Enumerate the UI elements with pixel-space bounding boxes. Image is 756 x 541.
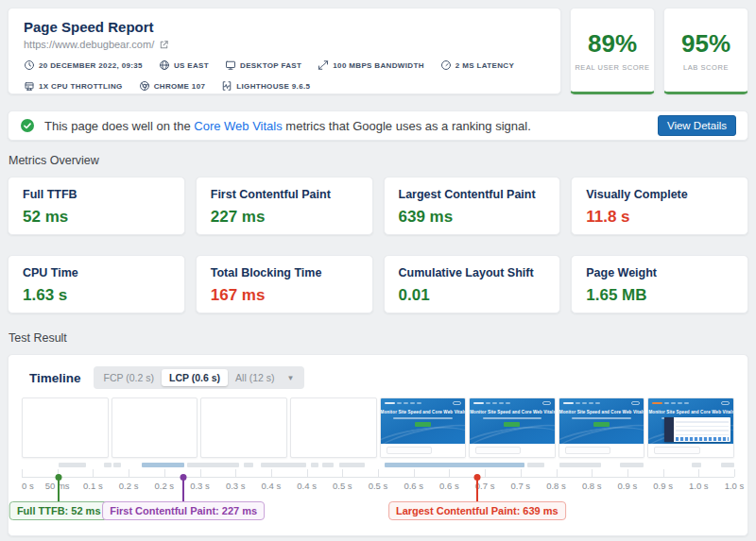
axis-tick-label: 0.8 s: [546, 481, 566, 491]
waterfall-bar: [187, 463, 239, 467]
waterfall-bar: [59, 463, 86, 467]
axis-tick: [734, 469, 735, 477]
axis-tick-label: 0.7 s: [475, 481, 495, 491]
filmstrip-frame[interactable]: [290, 397, 377, 458]
metric-value: 227 ms: [211, 208, 358, 227]
page-speed-report-page: Page Speed Report https://www.debugbear.…: [0, 0, 756, 541]
thumbnail-footer-band: [470, 444, 555, 457]
thumbnail-nav-item: [410, 402, 415, 404]
waterfall-bar: [721, 463, 734, 467]
report-url-link[interactable]: https://www.debugbear.com/: [24, 39, 154, 50]
waterfall-bar: [527, 463, 544, 467]
metric-value: 639 ms: [399, 208, 546, 227]
thumbnail-cta-button: [504, 422, 520, 427]
filmstrip-frame[interactable]: Monitor Site Speed and Core Web Vitals: [647, 397, 734, 458]
filmstrip-frame[interactable]: Monitor Site Speed and Core Web Vitals: [380, 397, 467, 458]
core-web-vitals-banner: This page does well on the Core Web Vita…: [8, 110, 748, 141]
axis-tick: [200, 469, 201, 477]
tab-lcp[interactable]: LCP (0.6 s): [162, 369, 228, 386]
axis-tick-label: 1.0 s: [725, 481, 745, 491]
marker-label: Full TTFB: 52 ms: [9, 501, 109, 520]
thumbnail-dashboard-rows: [676, 421, 729, 436]
axis-tick: [592, 469, 593, 477]
metrics-overview-heading: Metrics Overview: [9, 154, 747, 167]
thumbnail-nav-item: [582, 402, 587, 404]
axis-tick-label: 0.5 s: [333, 481, 352, 491]
tab-fcp[interactable]: FCP (0.2 s): [96, 369, 162, 386]
metric-name: Full TTFB: [23, 188, 170, 201]
axis-tick-label: 0.5 s: [369, 481, 388, 491]
score-value: 95%: [681, 29, 730, 59]
axis-tick-label: 0.2 s: [119, 481, 139, 491]
thumbnail-screenshot: Monitor Site Speed and Core Web Vitals: [381, 398, 466, 444]
timeline-card: Timeline FCP (0.2 s)LCP (0.6 s)All (12 s…: [8, 354, 748, 536]
axis-tick-label: 0.9 s: [653, 481, 673, 491]
filmstrip: Monitor Site Speed and Core Web VitalsMo…: [22, 397, 734, 458]
cpu-icon: [24, 80, 35, 92]
thumbnail-signup-button: [631, 401, 640, 405]
thumbnail-nav-item: [417, 402, 421, 404]
axis-tick: [557, 469, 558, 477]
banner-message: This page does well on the Core Web Vita…: [44, 119, 648, 133]
metric-value: 0.01: [399, 286, 546, 305]
timeline-view-tabs: FCP (0.2 s)LCP (0.6 s)All (12 s)▼: [94, 366, 305, 389]
thumbnail-dashboard: [664, 417, 730, 442]
axis-tick: [164, 469, 165, 477]
thumbnail-nav-item: [589, 402, 593, 404]
marker-label: Largest Contentful Paint: 639 ms: [388, 501, 566, 520]
filmstrip-frame[interactable]: Monitor Site Speed and Core Web Vitals: [469, 397, 556, 458]
axis-tick-label: 0.6 s: [404, 481, 423, 491]
thumbnail-headline: Monitor Site Speed and Core Web Vitals: [470, 410, 555, 414]
score-value: 89%: [588, 29, 637, 59]
thumbnail-signup-button: [542, 401, 551, 405]
axis-tick-label: 0.4 s: [297, 481, 317, 491]
view-details-button[interactable]: View Details: [658, 115, 736, 136]
waterfall-bar: [559, 463, 601, 467]
metric-card-first-contentful-paint: First Contentful Paint227 ms: [196, 177, 373, 235]
axis-tick: [235, 469, 236, 477]
config-chip-label: 1X CPU THROTTLING: [39, 82, 123, 91]
timeline-title: Timeline: [29, 371, 81, 385]
metric-card-visually-complete: Visually Complete11.8 s: [571, 177, 748, 235]
metric-value: 167 ms: [211, 286, 358, 305]
thumbnail-logo: [652, 402, 662, 405]
banner-text-before: This page does well on the: [44, 119, 194, 133]
config-chip-label: LIGHTHOUSE 9.6.5: [236, 82, 310, 91]
axis-tick: [414, 469, 415, 477]
filmstrip-frame[interactable]: Monitor Site Speed and Core Web Vitals: [558, 397, 645, 458]
thumbnail-placeholder: [475, 447, 521, 454]
score-label: REAL USER SCORE: [575, 63, 649, 72]
timeline-header: Timeline FCP (0.2 s)LCP (0.6 s)All (12 s…: [29, 366, 734, 389]
filmstrip-frame[interactable]: [112, 397, 198, 458]
axis-tick-label: 0.9 s: [618, 481, 638, 491]
globe-icon: [159, 59, 170, 71]
axis-tick: [271, 469, 272, 477]
config-chip: 100 MBPS BANDWIDTH: [318, 59, 424, 71]
filmstrip-frame[interactable]: [200, 397, 287, 458]
thumbnail-nav-item: [492, 402, 497, 404]
timeline-filter-caret-icon[interactable]: ▼: [283, 374, 302, 382]
filmstrip-frame[interactable]: [22, 397, 109, 458]
thumbnail-nav-item: [397, 402, 402, 404]
metric-name: Cumulative Layout Shift: [399, 266, 546, 279]
test-result-heading: Test Result: [9, 331, 747, 345]
waterfall-bar: [339, 463, 366, 467]
axis-tick-label: 0.3 s: [190, 481, 210, 491]
core-web-vitals-link[interactable]: Core Web Vitals: [194, 119, 282, 133]
metric-card-largest-contentful-paint: Largest Contentful Paint639 ms: [384, 177, 561, 235]
page-title: Page Speed Report: [24, 19, 545, 35]
thumbnail-placeholder: [387, 447, 432, 454]
thumbnail-logo: [563, 402, 574, 405]
timeline-track: 0 s50 ms0.1 s0.2 s0.2 s0.3 s0.3 s0.4 s0.…: [22, 463, 734, 523]
tab-all[interactable]: All (12 s): [228, 369, 282, 386]
config-chip: 20 DECEMBER 2022, 09:35: [24, 59, 143, 71]
thumbnail-navbar: [381, 398, 466, 405]
external-link-icon[interactable]: [159, 40, 169, 50]
chrome-icon: [139, 80, 150, 92]
metric-name: Page Weight: [586, 266, 733, 279]
lab-score-card: 95%LAB SCORE: [663, 8, 748, 94]
axis-tick: [449, 469, 450, 477]
config-chip-label: 2 MS LATENCY: [455, 61, 514, 70]
config-chip: 2 MS LATENCY: [440, 59, 514, 71]
axis-tick-label: 0.1 s: [83, 481, 103, 491]
